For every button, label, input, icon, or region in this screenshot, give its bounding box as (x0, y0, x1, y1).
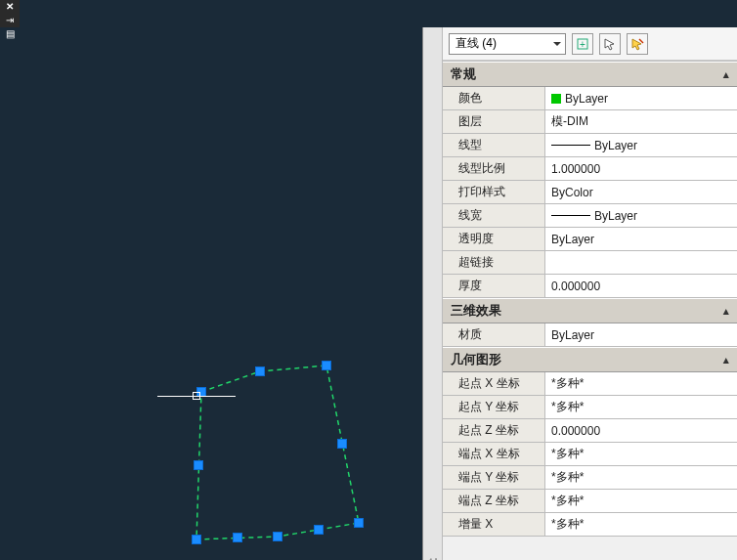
cursor-pickbox (193, 392, 200, 400)
prop-value[interactable]: *多种* (545, 466, 737, 489)
prop-label: 线型比例 (443, 157, 545, 180)
prop-label: 端点 X 坐标 (443, 443, 545, 465)
grip-handle[interactable] (233, 533, 242, 542)
prop-label: 起点 X 坐标 (443, 372, 545, 395)
grip-handle[interactable] (322, 361, 331, 370)
prop-value[interactable]: *多种* (545, 513, 737, 536)
toggle-pickadd-button[interactable]: + (572, 33, 593, 55)
prop-value[interactable]: 0.000000 (545, 419, 737, 442)
select-objects-button[interactable] (599, 33, 621, 55)
prop-value[interactable]: 模-DIM (545, 110, 737, 133)
prop-label: 透明度 (443, 228, 545, 250)
prop-value[interactable]: ByLayer (545, 87, 737, 109)
collapse-icon: ▴ (723, 354, 729, 366)
quick-select-button[interactable] (627, 33, 648, 55)
linetype-sample-icon (551, 145, 590, 146)
prop-label: 厚度 (443, 275, 545, 297)
properties-palette: 特性 直线 (4) + 常规 ▴ 颜色 (422, 27, 737, 560)
prop-row-endy[interactable]: 端点 Y 坐标 *多种* (443, 466, 737, 490)
prop-value[interactable]: *多种* (545, 396, 737, 418)
prop-label: 起点 Z 坐标 (443, 419, 545, 442)
lineweight-sample-icon (551, 215, 590, 216)
palette-header: 直线 (4) + (443, 27, 737, 61)
prop-row-layer[interactable]: 图层 模-DIM (443, 110, 737, 134)
prop-value[interactable]: *多种* (545, 490, 737, 512)
entity-type-select[interactable]: 直线 (4) (449, 33, 566, 55)
prop-row-startz[interactable]: 起点 Z 坐标 0.000000 (443, 419, 737, 443)
prop-row-hyperlink[interactable]: 超链接 (443, 251, 737, 275)
prop-row-starty[interactable]: 起点 Y 坐标 *多种* (443, 396, 737, 419)
prop-value[interactable]: 0.000000 (545, 275, 737, 297)
prop-label: 端点 Y 坐标 (443, 466, 545, 489)
prop-label: 线型 (443, 134, 545, 156)
svg-text:+: + (580, 39, 585, 50)
grip-handle[interactable] (192, 535, 201, 544)
cursor-icon (603, 37, 617, 51)
collapse-icon: ▴ (723, 305, 729, 318)
prop-value[interactable] (545, 251, 737, 274)
prop-row-material[interactable]: 材质 ByLayer (443, 323, 737, 347)
properties-list[interactable]: 常规 ▴ 颜色 ByLayer 图层 模-DIM 线型 ByLayer (443, 61, 737, 560)
grip-handle[interactable] (354, 518, 364, 528)
prop-value[interactable]: *多种* (545, 372, 737, 395)
collapse-icon: ▴ (723, 68, 729, 81)
prop-label: 起点 Y 坐标 (443, 396, 545, 418)
prop-label: 图层 (443, 110, 545, 133)
prop-label: 线宽 (443, 204, 545, 227)
prop-value[interactable]: ByColor (545, 181, 737, 203)
palette-title: 特性 (425, 548, 442, 552)
grip-handle[interactable] (273, 532, 282, 541)
entity-type-label: 直线 (4) (455, 35, 497, 52)
prop-row-endz[interactable]: 端点 Z 坐标 *多种* (443, 490, 737, 513)
prop-label: 端点 Z 坐标 (443, 490, 545, 512)
prop-value[interactable]: ByLayer (545, 323, 737, 346)
prop-label: 材质 (443, 323, 545, 346)
prop-value[interactable]: *多种* (545, 443, 737, 465)
close-icon[interactable]: ✕ (6, 2, 14, 12)
prop-value[interactable]: ByLayer (545, 228, 737, 250)
prop-row-linetype[interactable]: 线型 ByLayer (443, 134, 737, 157)
quick-select-icon (630, 37, 644, 51)
prop-label: 打印样式 (443, 181, 545, 203)
prop-row-endx[interactable]: 端点 X 坐标 *多种* (443, 443, 737, 466)
autohide-icon[interactable]: ⇥ (6, 16, 14, 25)
grip-handle[interactable] (314, 525, 324, 535)
section-title: 几何图形 (451, 351, 501, 368)
section-header-general[interactable]: 常规 ▴ (443, 62, 737, 87)
prop-row-transparency[interactable]: 透明度 ByLayer (443, 228, 737, 251)
prop-row-startx[interactable]: 起点 X 坐标 *多种* (443, 372, 737, 396)
grip-handle[interactable] (255, 366, 265, 376)
prop-label: 超链接 (443, 251, 545, 274)
section-title: 三维效果 (451, 302, 501, 320)
prop-value[interactable]: ByLayer (545, 134, 737, 156)
palette-body: 直线 (4) + 常规 ▴ 颜色 ByLayer (443, 27, 737, 560)
section-title: 常规 (451, 65, 476, 83)
section-header-geometry[interactable]: 几何图形 ▴ (443, 347, 737, 372)
prop-value[interactable]: ByLayer (545, 204, 737, 227)
prop-label: 增量 X (443, 513, 545, 536)
pickadd-icon: + (576, 37, 589, 51)
prop-value[interactable]: 1.000000 (545, 157, 737, 180)
section-header-3d[interactable]: 三维效果 ▴ (443, 298, 737, 323)
color-swatch (551, 94, 561, 104)
prop-label: 颜色 (443, 87, 545, 109)
palette-titlebar: ✕ ⇥ ▤ (0, 0, 20, 27)
prop-row-color[interactable]: 颜色 ByLayer (443, 87, 737, 110)
prop-row-plotstyle[interactable]: 打印样式 ByColor (443, 181, 737, 204)
prop-row-ltscale[interactable]: 线型比例 1.000000 (443, 157, 737, 181)
prop-row-lineweight[interactable]: 线宽 ByLayer (443, 204, 737, 228)
grip-handle[interactable] (337, 439, 347, 449)
palette-tab-strip: 特性 (423, 27, 443, 560)
prop-row-thickness[interactable]: 厚度 0.000000 (443, 275, 737, 298)
prop-row-deltax[interactable]: 增量 X *多种* (443, 513, 737, 537)
grip-handle[interactable] (194, 460, 203, 470)
menu-icon[interactable]: ▤ (6, 29, 15, 39)
